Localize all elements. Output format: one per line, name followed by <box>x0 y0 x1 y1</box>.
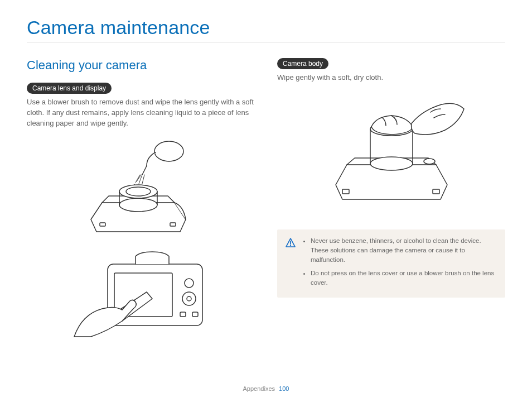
section-heading: Cleaning your camera <box>27 58 255 73</box>
footer-section: Appendixes <box>243 385 275 392</box>
subheading-pill-camera-body: Camera body <box>277 58 328 69</box>
body-text-lens-display: Use a blower brush to remove dust and wi… <box>27 97 255 129</box>
svg-rect-24 <box>433 189 439 194</box>
svg-point-18 <box>185 279 194 288</box>
caution-icon <box>285 237 296 291</box>
svg-point-25 <box>370 157 413 170</box>
caution-callout: Never use benzene, thinners, or alcohol … <box>277 229 505 298</box>
left-column: Cleaning your camera Camera lens and dis… <box>27 58 255 347</box>
illustration-wipe-display <box>69 247 214 342</box>
svg-rect-14 <box>100 223 105 226</box>
svg-point-29 <box>290 245 291 246</box>
page-title: Camera maintenance <box>27 17 505 39</box>
footer-page-number: 100 <box>279 385 289 392</box>
caution-list: Never use benzene, thinners, or alcohol … <box>302 236 497 291</box>
svg-line-1 <box>136 175 140 183</box>
svg-rect-15 <box>170 223 176 226</box>
illustration-wipe-body <box>313 90 470 213</box>
body-text-camera-body: Wipe gently with a soft, dry cloth. <box>277 73 505 83</box>
page: Camera maintenance Cleaning your camera … <box>0 0 532 402</box>
svg-line-4 <box>137 175 141 181</box>
illustration-blower-brush <box>69 136 214 242</box>
svg-rect-22 <box>192 312 198 317</box>
page-footer: Appendixes 100 <box>0 385 532 392</box>
svg-point-0 <box>154 141 183 161</box>
svg-line-3 <box>142 175 144 184</box>
svg-rect-23 <box>342 189 349 194</box>
subheading-pill-lens-display: Camera lens and display <box>27 83 112 94</box>
svg-point-13 <box>126 187 151 196</box>
svg-point-27 <box>424 159 435 164</box>
caution-item: Never use benzene, thinners, or alcohol … <box>311 236 497 265</box>
two-column-layout: Cleaning your camera Camera lens and dis… <box>27 58 505 347</box>
svg-point-20 <box>187 296 191 301</box>
right-column: Camera body Wipe gently with a soft, dry… <box>277 58 505 347</box>
title-rule <box>27 42 505 42</box>
svg-rect-21 <box>180 312 186 317</box>
caution-item: Do not press on the lens cover or use a … <box>311 269 497 288</box>
svg-point-11 <box>119 198 157 212</box>
